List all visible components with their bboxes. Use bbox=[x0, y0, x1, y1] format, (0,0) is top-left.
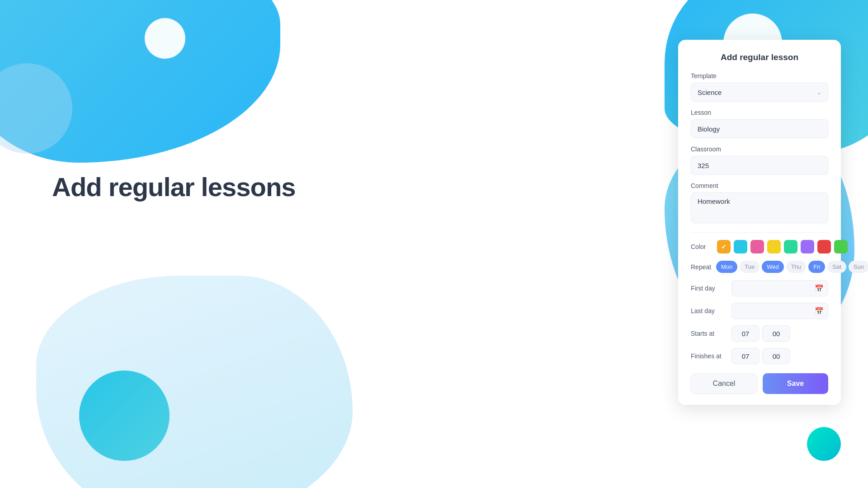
bg-blob-bottom-left bbox=[36, 276, 353, 488]
calendar-icon-first-day[interactable]: 📅 bbox=[815, 284, 824, 293]
comment-textarea[interactable]: Homework bbox=[691, 192, 828, 223]
bg-circle-teal-bottom-right bbox=[807, 427, 841, 461]
color-swatch-teal[interactable] bbox=[784, 240, 797, 253]
divider bbox=[691, 232, 828, 233]
color-swatch-yellow[interactable] bbox=[767, 240, 781, 253]
template-group: Template Science ⌄ bbox=[691, 72, 828, 102]
starts-at-min[interactable] bbox=[762, 325, 790, 342]
finishes-at-label: Finishes at bbox=[691, 352, 731, 360]
lesson-label: Lesson bbox=[691, 109, 828, 116]
last-day-input-wrapper: 📅 bbox=[731, 303, 828, 319]
day-chip-tue[interactable]: Tue bbox=[740, 261, 760, 273]
comment-group: Comment Homework bbox=[691, 182, 828, 225]
day-chip-mon[interactable]: Mon bbox=[716, 261, 737, 273]
classroom-input[interactable] bbox=[691, 156, 828, 175]
starts-at-hour[interactable] bbox=[731, 325, 760, 342]
color-label: Color bbox=[691, 243, 712, 250]
last-day-label: Last day bbox=[691, 307, 731, 314]
page-headline: Add regular lessons bbox=[52, 172, 296, 202]
day-chip-thu[interactable]: Thu bbox=[786, 261, 806, 273]
first-day-input[interactable] bbox=[731, 280, 828, 296]
modal-actions: Cancel Save bbox=[691, 373, 828, 394]
color-swatch-cyan[interactable] bbox=[734, 240, 747, 253]
day-chip-sun[interactable]: Sun bbox=[849, 261, 868, 273]
color-swatch-orange[interactable] bbox=[717, 240, 731, 253]
first-day-input-wrapper: 📅 bbox=[731, 280, 828, 296]
starts-at-row: Starts at bbox=[691, 325, 828, 342]
lesson-group: Lesson bbox=[691, 109, 828, 138]
cancel-button[interactable]: Cancel bbox=[691, 373, 757, 394]
day-chip-sat[interactable]: Sat bbox=[827, 261, 846, 273]
comment-label: Comment bbox=[691, 182, 828, 189]
bg-circle-white-top bbox=[145, 18, 185, 59]
finishes-at-min[interactable] bbox=[762, 348, 790, 364]
first-day-label: First day bbox=[691, 285, 731, 292]
finishes-at-inputs bbox=[731, 348, 790, 364]
first-day-row: First day 📅 bbox=[691, 280, 828, 296]
day-chips: Mon Tue Wed Thu Fri Sat Sun bbox=[716, 261, 868, 273]
lesson-input[interactable] bbox=[691, 119, 828, 138]
color-swatch-pink[interactable] bbox=[750, 240, 764, 253]
color-swatch-purple[interactable] bbox=[801, 240, 814, 253]
repeat-row: Repeat Mon Tue Wed Thu Fri Sat Sun bbox=[691, 261, 828, 273]
last-day-row: Last day 📅 bbox=[691, 303, 828, 319]
starts-at-inputs bbox=[731, 325, 790, 342]
starts-at-label: Starts at bbox=[691, 330, 731, 337]
repeat-label: Repeat bbox=[691, 263, 712, 271]
template-select-wrapper: Science ⌄ bbox=[691, 83, 828, 102]
template-select[interactable]: Science bbox=[691, 83, 828, 102]
color-swatch-green[interactable] bbox=[834, 240, 848, 253]
bg-circle-cyan-bottom bbox=[79, 371, 170, 461]
classroom-label: Classroom bbox=[691, 145, 828, 153]
calendar-icon-last-day[interactable]: 📅 bbox=[815, 307, 824, 315]
classroom-group: Classroom bbox=[691, 145, 828, 175]
modal-title: Add regular lesson bbox=[691, 52, 828, 62]
finishes-at-row: Finishes at bbox=[691, 348, 828, 364]
save-button[interactable]: Save bbox=[763, 373, 828, 394]
last-day-input[interactable] bbox=[731, 303, 828, 319]
color-swatch-red[interactable] bbox=[817, 240, 831, 253]
color-row: Color bbox=[691, 240, 828, 253]
add-regular-lesson-modal: Add regular lesson Template Science ⌄ Le… bbox=[678, 40, 841, 405]
day-chip-fri[interactable]: Fri bbox=[808, 261, 825, 273]
template-label: Template bbox=[691, 72, 828, 80]
finishes-at-hour[interactable] bbox=[731, 348, 760, 364]
day-chip-wed[interactable]: Wed bbox=[762, 261, 784, 273]
color-options bbox=[717, 240, 848, 253]
